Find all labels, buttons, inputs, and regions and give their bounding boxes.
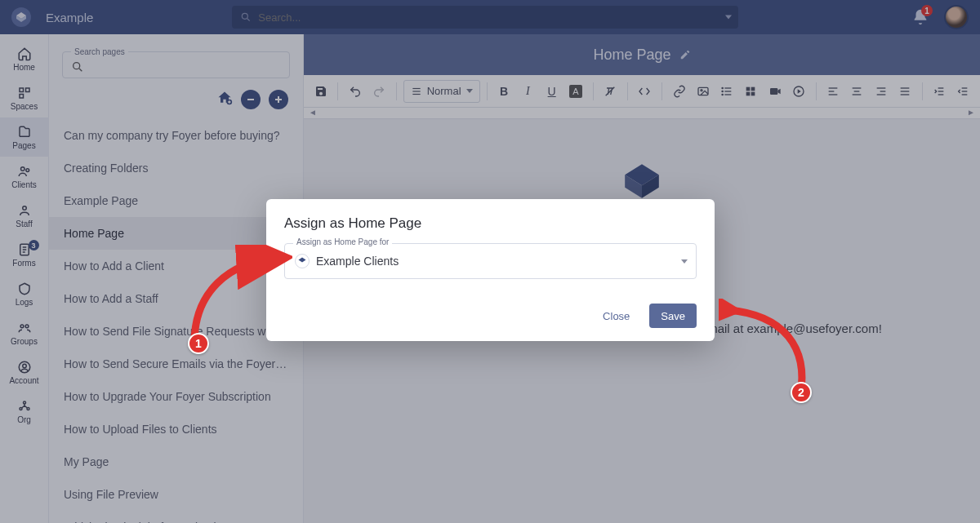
close-button[interactable]: Close [591, 304, 641, 328]
save-button[interactable]: Save [649, 304, 697, 328]
annotation-badge-2: 2 [791, 382, 812, 403]
modal-title: Assign as Home Page [284, 215, 697, 232]
org-chip-icon [295, 254, 310, 268]
assign-home-modal: Assign as Home Page Assign as Home Page … [266, 199, 715, 341]
field-label: Assign as Home Page for [293, 237, 392, 246]
svg-marker-64 [299, 258, 306, 263]
chevron-down-icon[interactable] [681, 259, 688, 264]
field-value: Example Clients [316, 255, 399, 268]
annotation-badge-1: 1 [188, 333, 209, 354]
assign-target-dropdown[interactable]: Assign as Home Page for Example Clients [284, 243, 697, 279]
